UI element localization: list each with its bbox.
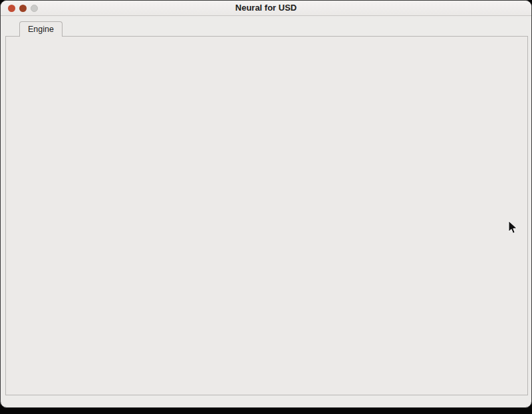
tab-pane bbox=[5, 36, 528, 395]
window-title: Neural for USD bbox=[1, 3, 531, 13]
app-window: Neural for USD Engine /Users/Dev/Project… bbox=[0, 0, 532, 408]
tab-engine-label: Engine bbox=[28, 25, 54, 34]
tab-engine[interactable]: Engine bbox=[19, 21, 63, 37]
mouse-cursor-icon bbox=[508, 221, 518, 238]
screen: Neural for USD Engine /Users/Dev/Project… bbox=[0, 0, 532, 414]
title-bar[interactable]: Neural for USD bbox=[1, 1, 531, 16]
